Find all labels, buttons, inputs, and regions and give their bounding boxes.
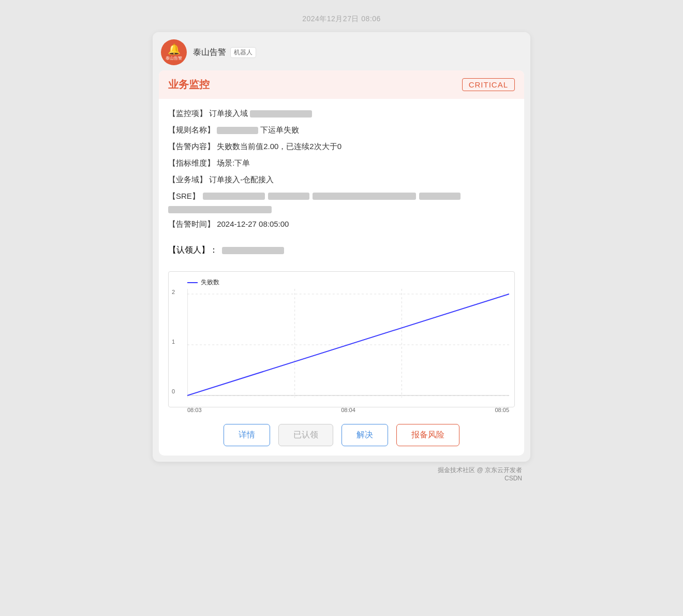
avatar-text: 泰山告警 [166, 55, 182, 61]
detail-button[interactable]: 详情 [224, 424, 270, 446]
y-label-0: 0 [172, 388, 175, 394]
chart-svg: 2 1 0 [187, 289, 509, 403]
alert-content-value: 失败数当前值2.00，已连续2次大于0 [217, 142, 342, 151]
card-header: 🔔 泰山告警 泰山告警 机器人 [153, 32, 530, 70]
alert-body: 【监控项】 订单接入域 【规则名称】 下运单失败 【告警内容】 失败数当前值2.… [159, 99, 524, 271]
critical-badge: CRITICAL [462, 78, 515, 91]
rule-name-label: 【规则名称】 [168, 125, 215, 134]
alert-title-bar: 业务监控 CRITICAL [159, 70, 524, 99]
button-row: 详情 已认领 解决 报备风险 [159, 417, 524, 456]
y-label-2: 2 [172, 289, 175, 295]
avatar: 🔔 泰山告警 [161, 39, 187, 65]
legend-line-icon [187, 282, 198, 283]
bell-icon: 🔔 [168, 44, 181, 54]
footer-line2: CSDN [161, 475, 522, 482]
monitor-item-label: 【监控项】 [168, 109, 207, 118]
main-card: 🔔 泰山告警 泰山告警 机器人 业务监控 CRITICAL 【监控项】 订单接入… [153, 32, 530, 462]
sre-line: 【SRE】 [168, 190, 515, 202]
chart-inner-svg [187, 289, 509, 403]
sre-blurred-3 [313, 193, 416, 200]
sre-blurred-extra [168, 206, 272, 213]
sre-label: 【SRE】 [168, 190, 200, 202]
x-label-0804: 08:04 [341, 407, 355, 413]
app-name: 泰山告警 [193, 47, 226, 58]
monitor-item-line: 【监控项】 订单接入域 [168, 107, 515, 120]
header-labels: 泰山告警 机器人 [193, 47, 256, 58]
sre-blurred-4 [419, 193, 461, 200]
claimed-button: 已认领 [278, 424, 333, 446]
biz-domain-label: 【业务域】 [168, 175, 207, 184]
claimant-blurred [222, 247, 284, 254]
sre-blurred-2 [268, 193, 309, 200]
rule-name-line: 【规则名称】 下运单失败 [168, 124, 515, 136]
alert-time-line: 【告警时间】 2024-12-27 08:05:00 [168, 218, 515, 230]
risk-button[interactable]: 报备风险 [396, 424, 459, 446]
chart-legend-label: 失败数 [201, 278, 219, 287]
metric-dim-value: 场景:下单 [217, 158, 250, 167]
alert-time-value: 2024-12-27 08:05:00 [217, 219, 289, 228]
resolve-button[interactable]: 解决 [342, 424, 388, 446]
x-label-0803: 08:03 [187, 407, 202, 413]
alert-time-label: 【告警时间】 [168, 219, 215, 228]
claimant-line: 【认领人】： [168, 245, 515, 256]
y-label-1: 1 [172, 339, 175, 345]
claimant-label: 【认领人】： [168, 245, 218, 256]
timestamp: 2024年12月27日 08:06 [302, 14, 381, 24]
alert-content-line: 【告警内容】 失败数当前值2.00，已连续2次大于0 [168, 140, 515, 153]
biz-domain-line: 【业务域】 订单接入-仓配接入 [168, 173, 515, 186]
biz-domain-value: 订单接入-仓配接入 [209, 175, 274, 184]
x-label-0805: 08:05 [495, 407, 509, 413]
metric-dim-label: 【指标维度】 [168, 158, 215, 167]
monitor-item-value: 订单接入域 [209, 109, 248, 118]
alert-card: 业务监控 CRITICAL 【监控项】 订单接入域 【规则名称】 下运单失败 【… [159, 70, 524, 456]
rule-name-suffix: 下运单失败 [260, 125, 299, 134]
footer: 掘金技术社区 @ 京东云开发者 CSDN [153, 462, 530, 487]
rule-name-blurred [217, 127, 258, 134]
sre-blurred-1 [203, 193, 265, 200]
chart-legend: 失败数 [187, 278, 509, 287]
monitor-item-blurred [250, 110, 312, 118]
metric-dim-line: 【指标维度】 场景:下单 [168, 157, 515, 169]
alert-title: 业务监控 [168, 78, 210, 92]
chart-container: 失败数 2 1 0 [168, 271, 515, 407]
footer-line1: 掘金技术社区 @ 京东云开发者 [161, 466, 522, 475]
alert-content-label: 【告警内容】 [168, 142, 215, 151]
robot-badge: 机器人 [230, 47, 256, 58]
